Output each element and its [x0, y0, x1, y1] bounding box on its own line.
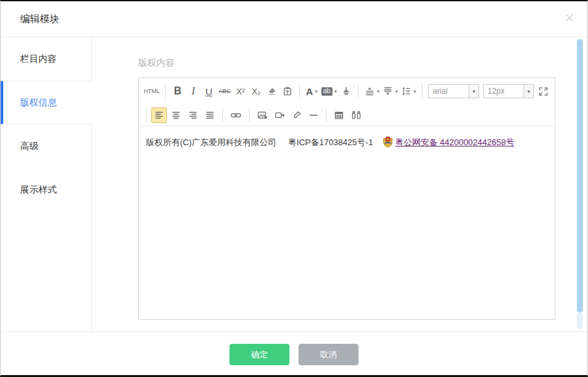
broom-icon [341, 86, 351, 96]
align-left-icon [154, 110, 164, 120]
font-family-select-value: arial [429, 87, 469, 96]
hr-icon [308, 110, 319, 120]
sidebar-item-column-content[interactable]: 栏目内容 [1, 37, 91, 81]
line-height-icon [401, 86, 411, 96]
toolbar-separator [358, 85, 359, 98]
toolbar-separator [422, 85, 422, 98]
dialog-title: 编辑模块 [20, 13, 59, 25]
toolbar-separator [146, 108, 147, 122]
chevron-down-icon: ▾ [413, 89, 416, 94]
chevron-down-icon: ▾ [377, 89, 379, 94]
chevron-down-icon[interactable]: ▾ [469, 85, 478, 98]
close-icon[interactable]: × [565, 9, 574, 26]
line-height-button[interactable]: ▾ [400, 83, 417, 99]
toolbar-separator [222, 108, 223, 122]
align-center-button[interactable] [168, 107, 184, 123]
binoculars-icon [351, 110, 362, 120]
dialog-footer: 确定 取消 [1, 331, 587, 374]
strikethrough-button[interactable]: ABC [217, 83, 232, 99]
format-brush-button[interactable] [339, 83, 353, 99]
attachment-button[interactable] [289, 107, 304, 123]
video-icon [274, 110, 285, 120]
font-family-select[interactable]: arial▾ [428, 84, 479, 98]
image-icon [257, 110, 268, 120]
confirm-button[interactable]: 确定 [229, 344, 289, 365]
editor-content-area[interactable]: 版权所有(C)广东爱用科技有限公司粤ICP备17038425号-1粤公网安备 4… [139, 126, 555, 159]
font-size-select[interactable]: 12px▾ [483, 84, 534, 98]
beian-link[interactable]: 粤公网安备 44200002442658号 [395, 137, 514, 147]
sidebar-item-label: 展示样式 [20, 184, 57, 196]
underline-button-glyph: U [205, 86, 213, 97]
subscript-button[interactable]: X₂ [249, 83, 263, 99]
underline-button[interactable]: U [201, 83, 216, 99]
paperclip-icon [291, 110, 302, 120]
chevron-down-icon[interactable]: ▾ [523, 85, 533, 98]
find-replace-button[interactable] [348, 107, 364, 123]
background-color-button-glyph: ab [321, 87, 332, 96]
toolbar-separator [326, 108, 327, 122]
sidebar-item-display-style[interactable]: 展示样式 [1, 168, 91, 212]
bold-button[interactable]: B [170, 83, 184, 99]
icp-number-text: 粤ICP备17038425号-1 [288, 137, 373, 147]
editor-toolbar: HTMLBIUABCX²X₂A▾ab▾▾▾▾arial▾12px▾ [139, 78, 555, 126]
cancel-button[interactable]: 取消 [299, 344, 359, 365]
italic-button-glyph: I [192, 85, 195, 97]
insert-table-button[interactable] [331, 107, 347, 123]
align-right-icon [188, 110, 198, 120]
paragraph-spacing-before-button[interactable]: ▾ [363, 83, 380, 99]
html-source-button-glyph: HTML [143, 88, 160, 94]
dialog-header: 编辑模块 × [1, 1, 587, 37]
align-left-button[interactable] [151, 107, 167, 123]
toolbar-row-2 [139, 104, 555, 126]
copyright-text: 版权所有(C)广东爱用科技有限公司 [146, 137, 276, 147]
scrollbar-thumb[interactable] [577, 39, 583, 313]
paste-text-icon [282, 86, 293, 96]
italic-button[interactable]: I [186, 83, 200, 99]
superscript-button[interactable]: X² [233, 83, 248, 99]
toolbar-separator [165, 85, 166, 98]
police-badge-icon [382, 140, 394, 150]
fullscreen-icon [538, 86, 549, 97]
justify-button[interactable] [202, 107, 218, 123]
scrollbar-track-end [577, 313, 583, 329]
toolbar-row-1: HTMLBIUABCX²X₂A▾ab▾▾▾▾arial▾12px▾ [139, 78, 555, 104]
rich-text-editor: HTMLBIUABCX²X₂A▾ab▾▾▾▾arial▾12px▾ 版权所有(C… [138, 77, 555, 320]
toolbar-separator [249, 108, 250, 122]
align-center-icon [171, 110, 181, 120]
chevron-down-icon: ▾ [334, 89, 337, 94]
sidebar-item-advanced[interactable]: 高级 [1, 124, 91, 168]
align-justify-icon [205, 110, 215, 120]
table-icon [334, 110, 344, 120]
main-content: 版权内容 HTMLBIUABCX²X₂A▾ab▾▾▾▾arial▾12px▾ 版… [92, 37, 587, 331]
font-color-button[interactable]: A▾ [304, 83, 319, 99]
insert-video-button[interactable] [272, 107, 287, 123]
remove-format-button[interactable] [265, 83, 279, 99]
insert-image-button[interactable] [254, 107, 271, 123]
eraser-icon [267, 86, 277, 96]
fullscreen-button[interactable] [537, 83, 551, 99]
sidebar-item-label: 高级 [20, 141, 38, 152]
strikethrough-button-glyph: ABC [218, 88, 231, 94]
spacing-after-icon [383, 86, 393, 96]
link-button[interactable] [228, 107, 244, 123]
sidebar-item-label: 版权信息 [20, 97, 57, 109]
sidebar-item-copyright-info[interactable]: 版权信息 [1, 81, 93, 124]
chevron-down-icon: ▾ [395, 89, 398, 94]
font-size-select-value: 12px [484, 87, 523, 96]
sidebar: 栏目内容版权信息高级展示样式 [1, 37, 92, 331]
spacing-before-icon [364, 86, 375, 96]
html-source-button[interactable]: HTML [143, 83, 160, 99]
chevron-down-icon: ▾ [315, 89, 317, 94]
toolbar-separator [299, 85, 300, 98]
paragraph-spacing-after-button[interactable]: ▾ [382, 83, 399, 99]
field-label-copyright-content: 版权内容 [138, 57, 587, 69]
background-color-button[interactable]: ab▾ [320, 83, 338, 99]
horizontal-rule-button[interactable] [306, 107, 321, 123]
font-color-button-glyph: A [306, 86, 313, 97]
paste-text-button[interactable] [280, 83, 295, 99]
dialog-body: 栏目内容版权信息高级展示样式 版权内容 HTMLBIUABCX²X₂A▾ab▾▾… [1, 37, 587, 331]
align-right-button[interactable] [185, 107, 201, 123]
superscript-button-glyph: X² [237, 87, 245, 96]
link-icon [230, 110, 242, 120]
subscript-button-glyph: X₂ [252, 87, 261, 96]
